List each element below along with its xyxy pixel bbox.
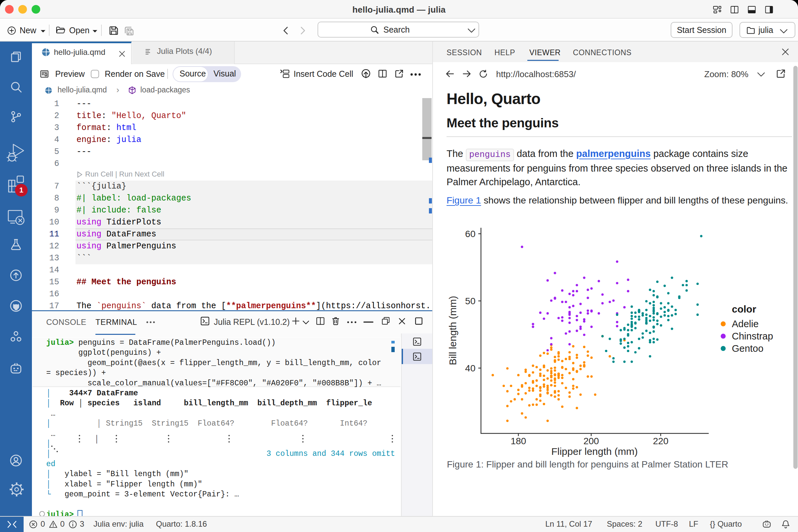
svg-text:50: 50 — [465, 296, 475, 306]
svg-text:60: 60 — [465, 229, 475, 239]
svg-text:Flipper length (mm): Flipper length (mm) — [551, 446, 638, 457]
svg-text:220: 220 — [653, 436, 669, 446]
svg-text:color: color — [732, 304, 757, 315]
svg-text:Gentoo: Gentoo — [732, 343, 763, 354]
svg-text:180: 180 — [511, 436, 526, 446]
svg-text:Chinstrap: Chinstrap — [732, 331, 773, 341]
svg-text:40: 40 — [465, 363, 475, 374]
svg-text:200: 200 — [584, 436, 599, 446]
svg-text:Adelie: Adelie — [732, 319, 759, 329]
svg-text:Bill length (mm): Bill length (mm) — [447, 296, 458, 365]
